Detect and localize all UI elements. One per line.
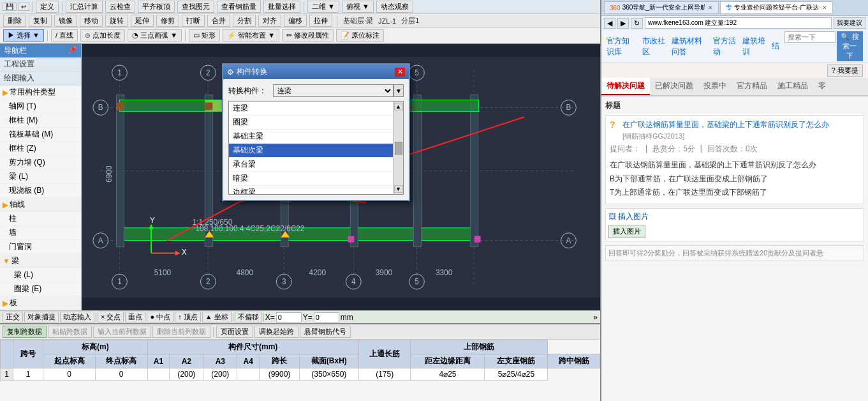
nav-item-shear-wall[interactable]: 剪力墙 (Q) [0,156,81,170]
page-setup-btn[interactable]: 页面设置 [216,326,253,338]
dialog-list-item-2[interactable]: 基础主梁 [229,130,393,144]
nav-item-project-settings[interactable]: 工程设置 [0,57,81,72]
dynamic-view-btn[interactable]: 动态观察 [376,1,413,13]
browser-tab-2[interactable]: 专 专业造价问题答疑平台-广联达 ✕ [720,1,833,14]
merge-btn[interactable]: 合并 [207,15,230,27]
canvas-container[interactable]: 1 2 3 4 5 1 2 [82,44,600,310]
vertical-btn[interactable]: 垂点 [125,312,145,322]
tab2-close[interactable]: ✕ [822,4,827,11]
browser-tab-1[interactable]: 360 360导航_新一代安全上网导航 ✕ [604,1,719,14]
nav-item-pillar[interactable]: 柱 [0,212,81,226]
ask-question-btn[interactable]: ? 我要提 [827,64,863,77]
refresh-btn[interactable]: ↻ [631,18,643,29]
question-title-text[interactable]: 在广联达钢筋算量里面，基础梁的上下通常筋识别反了怎么办 [622,119,829,130]
qa-tab-voting[interactable]: 投票中 [698,78,732,95]
modify-prop-btn[interactable]: ✏ 修改段属性 [282,29,334,42]
undo-btn[interactable]: ↩ [18,3,29,11]
intersection-btn[interactable]: × 交点 [98,312,124,322]
align-btn[interactable]: 对齐 [258,15,281,27]
y-input[interactable] [314,312,339,322]
nav-item-slab[interactable]: 现浇板 (B) [0,184,81,198]
find-element-btn[interactable]: 查找图元 [177,1,214,13]
view-rebar-btn[interactable]: 查看钢筋量 [217,1,261,13]
rect-btn[interactable]: ▭ 矩形 [189,29,220,42]
qa-tab-pending[interactable]: 待解决问题 [601,78,650,95]
delete-btn[interactable]: 删除 [3,15,26,27]
nav-item-axis-line[interactable]: ▶ 轴线 [0,198,81,212]
nav-item-col[interactable]: 框柱 (Z) [0,142,81,156]
paste-span-btn[interactable]: 粘贴跨数据 [48,326,92,338]
cantilever-btn[interactable]: 悬臂钢筋代号 [300,326,351,338]
nav-link-training[interactable]: 建筑培训 [742,36,767,57]
td-start-height[interactable]: 0 [43,368,96,381]
delete-col-btn[interactable]: 删除当前列数据 [152,326,210,338]
rotate-btn[interactable]: 旋转 [105,15,128,27]
td-edge-dist[interactable]: (175) [358,368,411,381]
dialog-dropdown-btn[interactable]: ▼ [394,84,404,97]
dynamic-input-btn[interactable]: 动态输入 [60,312,94,322]
point-len-btn[interactable]: ⊙ 点加长度 [80,29,125,42]
component-convert-dialog[interactable]: ⚙ 构件转换 ✕ 转换构件： 连梁 ▼ [222,63,410,201]
copy-span-btn[interactable]: 复制跨数据 [3,326,47,338]
line-btn[interactable]: / 直线 [51,29,78,42]
save-btn[interactable]: 💾 [3,3,17,11]
nav-item-frame-col[interactable]: 框柱 (M) [0,114,81,128]
smart-place-btn[interactable]: ⚡ 智能布置 ▼ [223,29,279,42]
swap-start-btn[interactable]: 调换起始跨 [254,326,298,338]
move-btn[interactable]: 移动 [80,15,103,27]
td-a4[interactable] [237,368,260,381]
inplace-mark-btn[interactable]: 📝 原位标注 [336,29,384,42]
td-a3[interactable]: (200) [203,368,237,381]
nav-link-btn[interactable]: 我要建议 [834,17,865,29]
dialog-type-select[interactable]: 连梁 [273,84,394,97]
forward-btn[interactable]: ▶ [617,18,629,29]
nav-item-drawing[interactable]: 绘图输入 [0,72,81,86]
break-btn[interactable]: 打断 [182,15,205,27]
nav-link-knowledge[interactable]: 官方知识库 [607,36,637,57]
snap-btn[interactable]: 对象捕捉 [24,312,59,322]
td-a2[interactable]: (200) [170,368,203,381]
nav-link-more[interactable]: 结 [772,41,779,52]
nooffset-btn[interactable]: 不偏移 [235,312,262,322]
bottom-table-container[interactable]: 跨号 标高(m) 构件尺寸(mm) 上通长筋 上部钢筋 起点标高 终点标高 A1… [0,340,600,401]
cloud-check-btn[interactable]: 云检查 [105,1,135,13]
scroll-up-btn[interactable]: ▲ [394,103,403,110]
extend-btn[interactable]: 延伸 [131,15,154,27]
dialog-list-item-4[interactable]: 承台梁 [229,158,393,172]
dialog-title-bar[interactable]: ⚙ 构件转换 ✕ [223,64,409,79]
split-btn[interactable]: 分割 [233,15,256,27]
qa-tab-more[interactable]: 零 [813,78,831,95]
dialog-list-item-6[interactable]: 边框梁 [229,186,393,194]
td-span-no[interactable]: 1 [13,368,43,381]
search-input[interactable] [784,31,835,43]
td-end-height[interactable]: 0 [95,368,147,381]
dialog-scrollbar[interactable]: ▲ ▼ [393,102,403,194]
nav-item-beam-cat[interactable]: ▼ 梁 [0,254,81,268]
qa-tab-official[interactable]: 官方精品 [732,78,772,95]
scroll-down-btn[interactable]: ▼ [394,185,403,193]
arc-btn[interactable]: ◔ 三点画弧 ▼ [128,29,182,42]
nav-item-beam[interactable]: 梁 (L) [0,170,81,184]
trim-btn[interactable]: 修剪 [156,15,179,27]
toppoint-btn[interactable]: ↑ 顶点 [175,312,201,322]
nav-link-activities[interactable]: 官方活动 [713,36,737,57]
dialog-list[interactable]: 连梁 圈梁 基础主梁 基础次梁 承台梁 暗梁 边框梁 楼层主助梁 [229,102,393,194]
dialog-close-btn[interactable]: ✕ [395,68,405,77]
2d-btn[interactable]: 二维 ▼ [307,1,339,13]
more-btn[interactable]: » [593,313,598,322]
view-btn[interactable]: 俯视 ▼ [342,1,374,13]
define-btn[interactable]: 定义 [36,1,59,13]
nav-item-raft[interactable]: 筏板基础 (M) [0,128,81,142]
mirror-btn[interactable]: 镜像 [54,15,77,27]
search-btn[interactable]: 🔍 搜索一下 [837,31,863,61]
td-left-support[interactable]: 5⌀25/4⌀25 [485,368,548,381]
stretch-btn[interactable]: 拉伸 [309,15,332,27]
td-top-long[interactable]: 4⌀25 [411,368,485,381]
nav-link-community[interactable]: 市政社区 [642,36,666,57]
x-input[interactable] [276,312,302,322]
input-col-btn[interactable]: 输入当前列数据 [93,326,151,338]
insert-img-btn[interactable]: 插入图片 [608,225,645,238]
nav-item-axis[interactable]: 轴网 (T) [0,100,81,114]
back-btn[interactable]: ◀ [604,18,615,29]
dialog-list-item-3[interactable]: 基础次梁 [229,144,393,158]
